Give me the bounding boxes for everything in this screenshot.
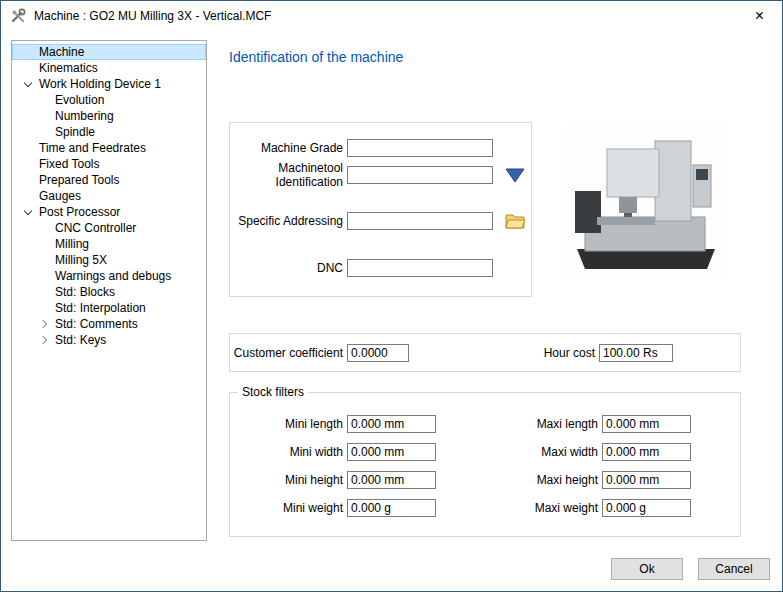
tree-indent-spacer — [36, 300, 52, 316]
dnc-input[interactable] — [347, 259, 493, 277]
stock-filters-title: Stock filters — [238, 385, 308, 399]
page-title: Identification of the machine — [229, 49, 403, 65]
ok-button[interactable]: Ok — [611, 558, 683, 580]
tree-item-milling-5x[interactable]: Milling 5X — [12, 252, 206, 268]
tree-item-spindle[interactable]: Spindle — [12, 124, 206, 140]
tree-indent-spacer — [20, 156, 36, 172]
tree-item-label: Std: Interpolation — [52, 301, 149, 315]
tree-indent-spacer — [36, 124, 52, 140]
tree-indent-spacer — [20, 140, 36, 156]
chevron-collapsed-icon[interactable] — [36, 316, 52, 332]
stock-filter-rows: Mini lengthMaxi lengthMini widthMaxi wid… — [230, 415, 740, 517]
tree-item-label: Std: Blocks — [52, 285, 118, 299]
maxi-height-label: Maxi height — [436, 473, 602, 487]
machinetool-dropdown-button[interactable] — [504, 165, 526, 185]
mini-height-input[interactable] — [347, 471, 436, 489]
chevron-collapsed-icon[interactable] — [36, 332, 52, 348]
machine-dialog: Machine : GO2 MU Milling 3X - Vertical.M… — [0, 0, 783, 592]
stock-filter-row: Mini heightMaxi height — [230, 471, 740, 489]
mini-length-label: Mini length — [230, 417, 347, 431]
mini-length-input[interactable] — [347, 415, 436, 433]
tools-icon — [10, 8, 26, 24]
tree-item-label: Kinematics — [36, 61, 101, 75]
mini-height-label: Mini height — [230, 473, 347, 487]
chevron-expanded-icon[interactable] — [20, 204, 36, 220]
tree-item-machine[interactable]: Machine — [12, 44, 206, 60]
tree-item-label: Spindle — [52, 125, 98, 139]
window-title: Machine : GO2 MU Milling 3X - Vertical.M… — [34, 9, 271, 23]
tree-item-label: Time and Feedrates — [36, 141, 149, 155]
cancel-button[interactable]: Cancel — [698, 558, 770, 580]
tree-item-label: Numbering — [52, 109, 117, 123]
maxi-length-label: Maxi length — [436, 417, 602, 431]
mini-width-label: Mini width — [230, 445, 347, 459]
browse-folder-button[interactable] — [504, 211, 526, 231]
tree-item-cnc-controller[interactable]: CNC Controller — [12, 220, 206, 236]
stock-filters-group: Stock filters Mini lengthMaxi lengthMini… — [229, 392, 741, 537]
stock-filter-row: Mini weightMaxi weight — [230, 499, 740, 517]
tree-item-gauges[interactable]: Gauges — [12, 188, 206, 204]
mini-weight-label: Mini weight — [230, 501, 347, 515]
tree-indent-spacer — [36, 220, 52, 236]
tree-indent-spacer — [36, 236, 52, 252]
tree-indent-spacer — [20, 60, 36, 76]
tree-item-label: Evolution — [52, 93, 107, 107]
tree-item-label: Warnings and debugs — [52, 269, 174, 283]
identification-group: Machine Grade Machinetool Identification… — [229, 122, 532, 297]
customer-coefficient-label: Customer coefficient — [230, 346, 347, 360]
tree-indent-spacer — [36, 92, 52, 108]
tree-item-label: Std: Comments — [52, 317, 141, 331]
tree-indent-spacer — [20, 188, 36, 204]
tree-item-std-blocks[interactable]: Std: Blocks — [12, 284, 206, 300]
tree-item-label: Machine — [36, 45, 87, 59]
machinetool-identification-row: Machinetool Identification — [230, 165, 531, 185]
tree-item-std-comments[interactable]: Std: Comments — [12, 316, 206, 332]
tree-panel: MachineKinematicsWork Holding Device 1Ev… — [11, 40, 207, 541]
machinetool-identification-label: Machinetool Identification — [230, 161, 347, 189]
specific-addressing-label: Specific Addressing — [230, 214, 347, 228]
tree-indent-spacer — [36, 268, 52, 284]
maxi-length-input[interactable] — [602, 415, 691, 433]
titlebar: Machine : GO2 MU Milling 3X - Vertical.M… — [1, 1, 782, 31]
tree-item-warnings-and-debugs[interactable]: Warnings and debugs — [12, 268, 206, 284]
stock-filter-row: Mini widthMaxi width — [230, 443, 740, 461]
tree-item-milling[interactable]: Milling — [12, 236, 206, 252]
tree-item-evolution[interactable]: Evolution — [12, 92, 206, 108]
specific-addressing-input[interactable] — [347, 212, 493, 230]
tree-item-label: Post Processor — [36, 205, 123, 219]
tree-indent-spacer — [36, 252, 52, 268]
maxi-weight-label: Maxi weight — [436, 501, 602, 515]
dropdown-triangle-icon — [504, 165, 526, 185]
hour-cost-input[interactable] — [599, 344, 673, 362]
machine-grade-label: Machine Grade — [230, 141, 347, 155]
tree-item-prepared-tools[interactable]: Prepared Tools — [12, 172, 206, 188]
tree-item-label: Std: Keys — [52, 333, 109, 347]
customer-coefficient-input[interactable] — [347, 344, 409, 362]
tree-item-time-and-feedrates[interactable]: Time and Feedrates — [12, 140, 206, 156]
close-button[interactable]: × — [737, 1, 782, 30]
mini-width-input[interactable] — [347, 443, 436, 461]
tree-item-label: Milling 5X — [52, 253, 110, 267]
costs-group: Customer coefficient Hour cost — [229, 333, 741, 372]
tree-item-kinematics[interactable]: Kinematics — [12, 60, 206, 76]
hour-cost-label: Hour cost — [409, 346, 599, 360]
maxi-height-input[interactable] — [602, 471, 691, 489]
tree-item-work-holding-device-1[interactable]: Work Holding Device 1 — [12, 76, 206, 92]
tree-item-label: Gauges — [36, 189, 84, 203]
tree-item-fixed-tools[interactable]: Fixed Tools — [12, 156, 206, 172]
tree-item-std-keys[interactable]: Std: Keys — [12, 332, 206, 348]
tree-item-numbering[interactable]: Numbering — [12, 108, 206, 124]
tree-item-std-interpolation[interactable]: Std: Interpolation — [12, 300, 206, 316]
maxi-width-input[interactable] — [602, 443, 691, 461]
tree-item-label: Fixed Tools — [36, 157, 102, 171]
maxi-weight-input[interactable] — [602, 499, 691, 517]
mini-weight-input[interactable] — [347, 499, 436, 517]
machinetool-identification-input[interactable] — [347, 166, 493, 184]
tree-indent-spacer — [36, 284, 52, 300]
tree-item-post-processor[interactable]: Post Processor — [12, 204, 206, 220]
dnc-row: DNC — [230, 258, 531, 278]
machine-grade-input[interactable] — [347, 139, 493, 157]
tree-item-label: Milling — [52, 237, 92, 251]
machine-image — [567, 121, 725, 281]
chevron-expanded-icon[interactable] — [20, 76, 36, 92]
